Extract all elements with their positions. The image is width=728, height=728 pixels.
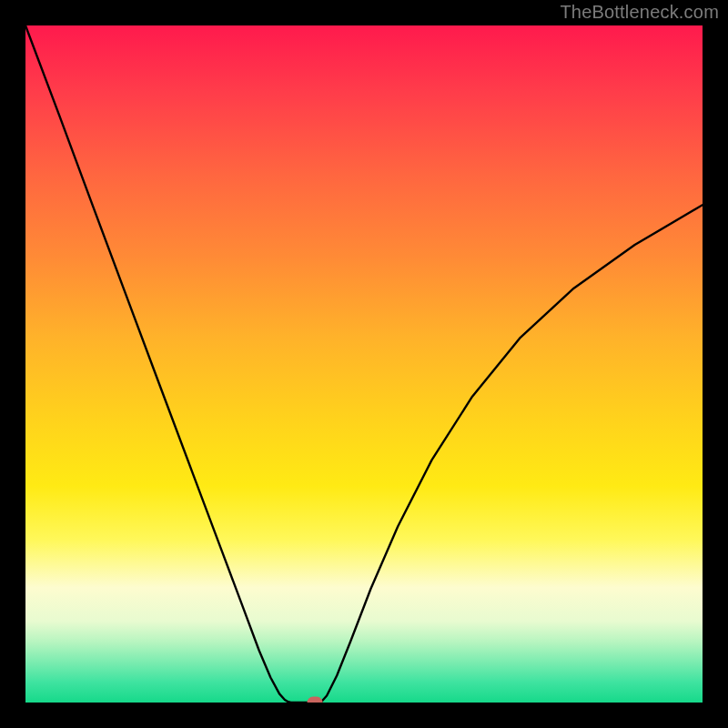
bottleneck-curve	[25, 25, 703, 703]
optimum-marker	[308, 697, 323, 703]
plot-area	[25, 25, 703, 703]
chart-outer-frame: TheBottleneck.com	[0, 0, 728, 728]
watermark-text: TheBottleneck.com	[560, 2, 719, 23]
